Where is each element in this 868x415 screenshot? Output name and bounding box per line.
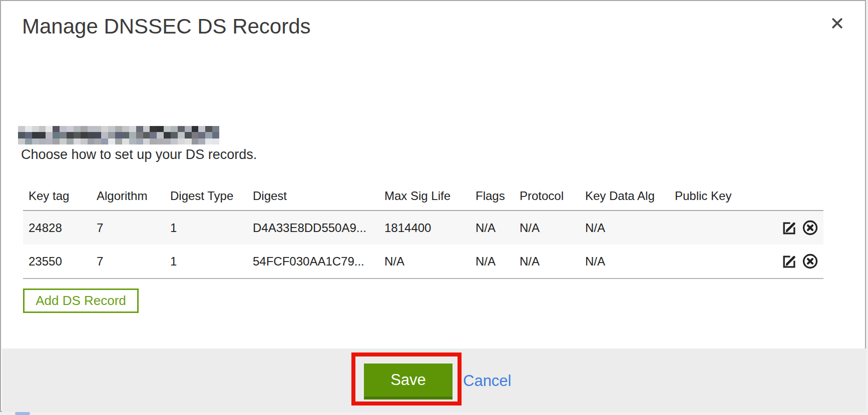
cancel-link[interactable]: Cancel <box>463 372 512 390</box>
row-actions <box>744 210 823 244</box>
cell-public-key <box>669 244 744 278</box>
instruction-text: Choose how to set up your DS records. <box>21 147 257 162</box>
redacted-domain <box>18 126 219 144</box>
pencil-square-edit-icon <box>781 220 797 236</box>
column-header: Flags <box>470 182 514 210</box>
cell-digest-type: 1 <box>165 210 247 244</box>
cell-key-tag: 24828 <box>23 210 91 244</box>
cell-flags: N/A <box>470 244 514 278</box>
cell-digest: D4A33E8DD550A9... <box>247 210 379 244</box>
column-header: Protocol <box>514 182 580 210</box>
cell-digest-type: 1 <box>165 244 247 278</box>
edit-record-button[interactable] <box>781 220 797 236</box>
cell-key-data-alg: N/A <box>580 210 669 244</box>
close-button[interactable] <box>825 12 849 36</box>
cell-key-tag: 23550 <box>23 244 91 278</box>
column-header: Key tag <box>23 182 91 210</box>
delete-record-button[interactable] <box>802 220 818 236</box>
delete-record-button[interactable] <box>802 253 818 270</box>
table-row: 24828 7 1 D4A33E8DD550A9... 1814400 N/A … <box>23 210 823 244</box>
dnssec-dialog: Manage DNSSEC DS Records Choose how to s… <box>0 0 866 412</box>
cell-max-sig-life: N/A <box>379 244 470 278</box>
cell-max-sig-life: 1814400 <box>379 210 470 244</box>
column-header: Digest <box>247 182 379 210</box>
edit-record-button[interactable] <box>781 253 797 270</box>
ds-records-body: 24828 7 1 D4A33E8DD550A9... 1814400 N/A … <box>23 210 823 278</box>
header-row: Key tagAlgorithmDigest TypeDigestMax Sig… <box>23 182 823 210</box>
column-header: Algorithm <box>91 182 165 210</box>
column-header: Digest Type <box>165 182 247 210</box>
cell-digest: 54FCF030AA1C79... <box>247 244 379 278</box>
column-header: Public Key <box>669 182 744 210</box>
save-button[interactable]: Save <box>364 364 453 400</box>
actions-header <box>744 182 823 210</box>
cell-protocol: N/A <box>514 210 580 244</box>
circle-x-delete-icon <box>802 253 818 270</box>
column-header: Max Sig Life <box>379 182 470 210</box>
cell-algorithm: 7 <box>91 210 165 244</box>
column-header: Key Data Alg <box>580 182 669 210</box>
row-actions <box>744 244 823 278</box>
pencil-square-edit-icon <box>781 253 797 270</box>
add-ds-record-button[interactable]: Add DS Record <box>23 288 139 313</box>
ds-records-table: Key tagAlgorithmDigest TypeDigestMax Sig… <box>23 182 823 279</box>
cell-protocol: N/A <box>514 244 580 278</box>
page-title: Manage DNSSEC DS Records <box>22 14 311 38</box>
background-content <box>15 412 30 415</box>
circle-x-delete-icon <box>802 220 818 236</box>
cell-key-data-alg: N/A <box>580 244 669 278</box>
cell-algorithm: 7 <box>91 244 165 278</box>
cell-flags: N/A <box>470 210 514 244</box>
cell-public-key <box>669 210 744 244</box>
table-row: 23550 7 1 54FCF030AA1C79... N/A N/A N/A … <box>23 244 823 278</box>
close-icon <box>830 16 844 32</box>
